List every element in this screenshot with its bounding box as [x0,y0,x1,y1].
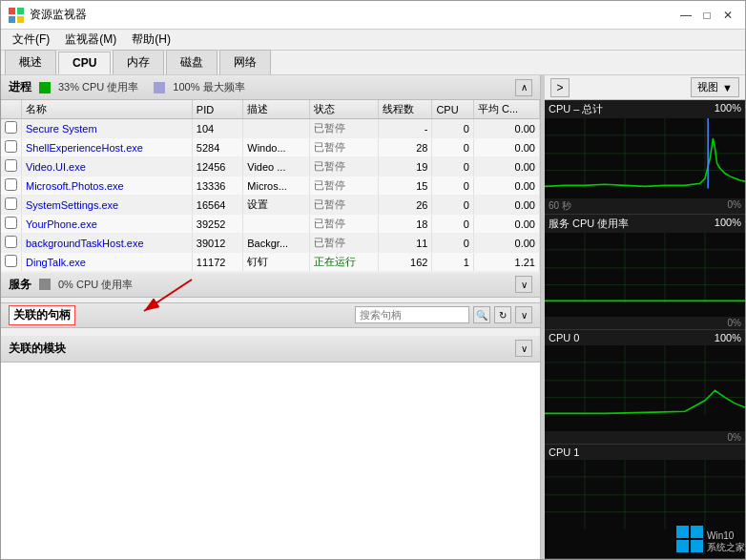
cpu-services-bottom: 0% [545,317,745,329]
row-check[interactable] [1,253,22,272]
handles-search-btn[interactable]: 🔍 [473,306,490,323]
cpu1-graph: CPU 1 [545,445,745,559]
win10-text: Win10 系统之家 [707,530,745,553]
tab-disk[interactable]: 磁盘 [166,50,218,74]
cpu0-graph: CPU 0 100% [545,330,745,445]
row-cpu: 1 [432,253,474,272]
row-avg: 1.21 [473,253,539,272]
menu-file[interactable]: 文件(F) [5,30,57,50]
row-desc: Backgr... [243,234,310,253]
svg-rect-35 [676,526,689,538]
tab-network[interactable]: 网络 [219,50,271,74]
svg-rect-38 [691,540,703,552]
row-check[interactable] [1,215,22,234]
col-status: 状态 [310,100,379,119]
row-avg: 0.00 [473,157,539,176]
cpu1-title: CPU 1 [545,445,745,460]
close-button[interactable]: ✕ [718,6,737,25]
handles-header: 关联的句柄 🔍 ↻ ∨ [1,303,540,328]
row-threads: 162 [378,253,432,272]
cpu1-canvas: Win10 系统之家 [545,460,745,558]
menu-monitor[interactable]: 监视器(M) [57,30,124,50]
row-cpu: 0 [432,176,474,196]
tab-overview[interactable]: 概述 [5,50,56,74]
row-name: Video.UI.exe [22,157,193,176]
cpu-total-canvas [545,118,745,198]
handles-header-left: 关联的句柄 [9,305,75,325]
table-row[interactable]: Secure System 104 已暂停 - 0 0.00 [1,119,540,138]
row-check[interactable] [1,234,22,253]
table-row[interactable]: YourPhone.exe 39252 已暂停 18 0 0.00 [1,215,540,234]
col-name: 名称 [22,100,193,119]
process-cpu-usage: 33% CPU 使用率 [58,80,138,94]
main-window: 资源监视器 — □ ✕ 文件(F) 监视器(M) 帮助(H) 概述 CPU 内存… [0,0,746,560]
row-desc: 设置 [243,196,310,215]
row-status: 已暂停 [310,196,379,215]
svg-rect-3 [17,16,24,23]
empty-space [1,363,540,560]
handles-search-input[interactable] [355,306,469,323]
menu-help[interactable]: 帮助(H) [124,30,178,50]
row-check[interactable] [1,138,22,157]
col-cpu: CPU [432,100,474,119]
row-status: 已暂停 [310,157,379,176]
process-expand-btn[interactable]: ∧ [515,79,532,96]
row-threads: 15 [378,176,432,196]
table-row[interactable]: SystemSettings.exe 16564 设置 已暂停 26 0 0.0… [1,196,540,215]
row-desc: Video ... [243,157,310,176]
row-desc: Windo... [243,138,310,157]
cpu0-bottom: 0% [545,431,745,444]
cpu-total-bottom: 60 秒 0% [545,198,745,214]
process-section-header[interactable]: 进程 33% CPU 使用率 100% 最大频率 ∧ [1,75,540,100]
row-desc: Micros... [243,176,310,196]
process-freq: 100% 最大频率 [173,80,244,94]
services-expand-btn[interactable]: ∨ [515,276,532,293]
cpu-services-title: 服务 CPU 使用率 100% [545,215,745,233]
table-row[interactable]: DingTalk.exe 11172 钉钉 正在运行 162 1 1.21 [1,253,540,272]
row-threads: 19 [378,157,432,176]
table-row[interactable]: Video.UI.exe 12456 Video ... 已暂停 19 0 0.… [1,157,540,176]
forward-btn[interactable]: > [550,78,570,97]
col-check [1,100,22,119]
handles-refresh-btn[interactable]: ↻ [494,306,511,323]
view-btn[interactable]: 视图 ▼ [691,77,739,97]
row-check[interactable] [1,176,22,196]
row-cpu: 0 [432,119,474,138]
services-section-header-left: 服务 0% CPU 使用率 [9,277,133,293]
row-pid: 5284 [192,138,242,157]
modules-expand-btn[interactable]: ∨ [515,340,532,357]
handles-search: 🔍 ↻ ∨ [355,306,532,323]
services-cpu-indicator [39,279,51,290]
row-pid: 12456 [192,157,242,176]
row-avg: 0.00 [473,138,539,157]
minimize-button[interactable]: — [676,6,695,25]
row-check[interactable] [1,119,22,138]
row-avg: 0.00 [473,234,539,253]
services-section-header[interactable]: 服务 0% CPU 使用率 ∨ [1,273,540,298]
cpu-graph-section: CPU – 总计 100% [545,100,745,559]
table-row[interactable]: backgroundTaskHost.exe 39012 Backgr... 已… [1,234,540,253]
row-cpu: 0 [432,157,474,176]
row-avg: 0.00 [473,119,539,138]
row-check[interactable] [1,157,22,176]
table-row[interactable]: Microsoft.Photos.exe 13336 Micros... 已暂停… [1,176,540,196]
svg-rect-0 [9,8,15,14]
tab-memory[interactable]: 内存 [113,50,164,74]
row-check[interactable] [1,196,22,215]
row-threads: 26 [378,196,432,215]
row-cpu: 0 [432,215,474,234]
svg-rect-2 [9,16,15,23]
title-bar: 资源监视器 — □ ✕ [1,1,745,30]
maximize-button[interactable]: □ [697,6,716,25]
table-row[interactable]: ShellExperienceHost.exe 5284 Windo... 已暂… [1,138,540,157]
row-pid: 11172 [192,253,242,272]
row-pid: 104 [192,119,242,138]
row-cpu: 0 [432,138,474,157]
handles-title: 关联的句柄 [9,305,75,325]
cpu-services-svg [545,233,745,303]
row-desc [243,119,310,138]
tab-cpu[interactable]: CPU [58,52,111,74]
win10-watermark: Win10 系统之家 [676,526,745,558]
cpu1-svg [545,460,745,530]
handles-expand-btn[interactable]: ∨ [515,306,532,323]
